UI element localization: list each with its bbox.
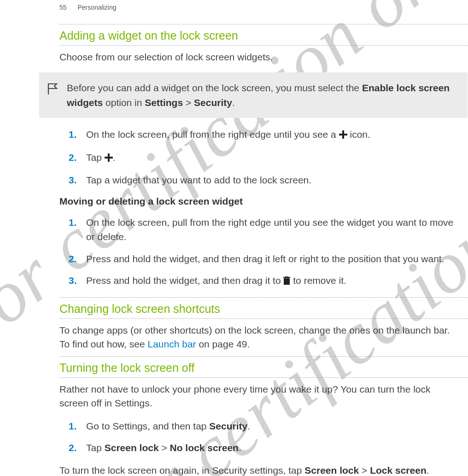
step-item: Tap .: [69, 150, 456, 166]
body-text: Rather not have to unlock your phone eve…: [59, 382, 456, 411]
intro-text: Choose from our selection of lock screen…: [59, 50, 456, 64]
step-item: Tap a widget that you want to add to the…: [69, 173, 456, 188]
trash-icon: [283, 274, 290, 289]
svg-rect-2: [285, 276, 288, 277]
chapter-name: Personalizing: [77, 4, 116, 11]
divider: [59, 377, 468, 378]
divider: [59, 318, 468, 319]
step-item: Press and hold the widget, and then drag…: [69, 252, 456, 266]
flag-icon: [39, 81, 67, 97]
note-callout: Before you can add a widget on the lock …: [39, 72, 468, 118]
sub-heading-move-delete: Moving or deleting a lock screen widget: [59, 196, 468, 207]
divider: [59, 45, 468, 46]
step-item: On the lock screen, pull from the right …: [69, 127, 456, 143]
step-item: Go to Settings, and then tap Security.: [69, 419, 456, 434]
body-text: To turn the lock screen on again, in Sec…: [59, 464, 456, 476]
page-content: 55 Personalizing Adding a widget on the …: [0, 0, 468, 476]
plus-icon: [339, 128, 347, 143]
page-header: 55 Personalizing: [59, 0, 468, 11]
steps-list: On the lock screen, pull from the right …: [69, 215, 456, 289]
note-text: Before you can add a widget on the lock …: [67, 81, 458, 110]
section-title-turn-off: Turning the lock screen off: [59, 357, 468, 377]
step-item: On the lock screen, pull from the right …: [69, 215, 456, 244]
section-title-add-widget: Adding a widget on the lock screen: [59, 24, 468, 45]
steps-list: Go to Settings, and then tap Security. T…: [69, 419, 456, 455]
step-item: Tap Screen lock > No lock screen.: [69, 441, 456, 455]
section-title-shortcuts: Changing lock screen shortcuts: [59, 298, 468, 318]
steps-list: On the lock screen, pull from the right …: [69, 127, 456, 188]
plus-icon: [105, 151, 113, 166]
svg-rect-0: [284, 278, 290, 285]
body-text: To change apps (or other shortcuts) on t…: [59, 323, 456, 352]
page-number: 55: [59, 4, 67, 11]
step-item: Press and hold the widget, and then drag…: [69, 273, 456, 289]
launch-bar-link[interactable]: Launch bar: [147, 339, 196, 349]
